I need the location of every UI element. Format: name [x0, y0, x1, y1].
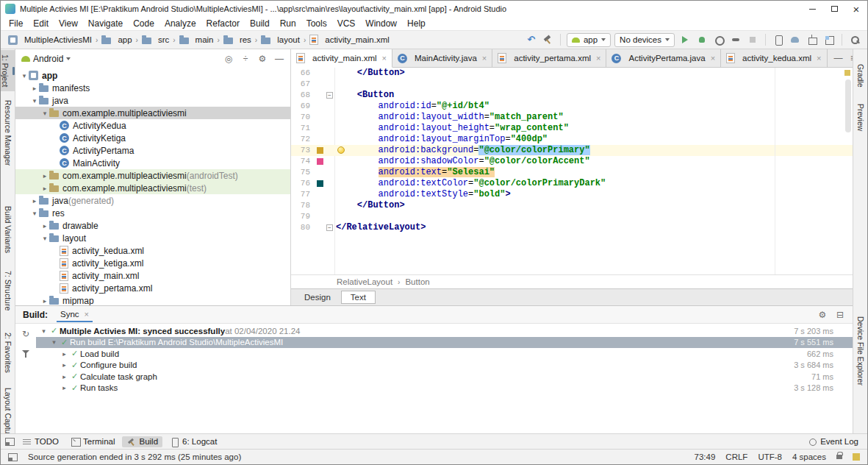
editor-tab-activitypertama-java[interactable]: CActivityPertama.java× — [606, 49, 721, 67]
minimize-button[interactable] — [801, 1, 823, 17]
tool-button-6-logcat[interactable]: 6: Logcat — [165, 436, 221, 447]
chevron-down-icon[interactable]: ▾ — [30, 210, 39, 217]
fold-marker-icon[interactable]: − — [326, 92, 333, 99]
code-line[interactable]: 80−</RelativeLayout> — [291, 222, 853, 233]
tree-row[interactable]: ▾java — [15, 94, 290, 107]
project-view-select[interactable]: Android — [33, 54, 63, 64]
chevron-down-icon[interactable]: ▾ — [40, 235, 49, 242]
run-icon[interactable] — [678, 33, 692, 46]
menu-item-navigate[interactable]: Navigate — [83, 18, 128, 29]
close-icon[interactable]: × — [711, 54, 715, 63]
code-line[interactable]: 69 android:id="@+id/bt4" — [291, 101, 853, 112]
tool-button-event-log[interactable]: Event Log — [803, 436, 863, 447]
breadcrumb-item[interactable]: res — [222, 35, 253, 44]
settings-gear-icon[interactable]: ⚙ — [257, 53, 268, 65]
menu-item-refactor[interactable]: Refactor — [201, 18, 245, 29]
locate-icon[interactable]: ◎ — [223, 53, 234, 65]
menu-item-analyze[interactable]: Analyze — [159, 18, 201, 29]
build-tree-row[interactable]: ▸✓Configure build3 s 684 ms — [36, 360, 853, 372]
tree-row[interactable]: ▾com.example.multipleactiviesmi — [15, 107, 290, 119]
tree-row[interactable]: CActivityPertama — [15, 144, 290, 157]
chevron-right-icon[interactable]: ▸ — [60, 373, 69, 380]
tree-row[interactable]: CMainActivity — [15, 157, 290, 169]
breadcrumb-item[interactable]: layout — [259, 35, 301, 44]
avd-manager-icon[interactable] — [772, 33, 785, 46]
menu-item-window[interactable]: Window — [360, 18, 402, 29]
chevron-down-icon[interactable]: ▾ — [40, 110, 49, 117]
tree-row[interactable]: ▾app — [15, 69, 290, 82]
chevron-down-icon[interactable]: ▾ — [39, 327, 49, 335]
close-icon[interactable]: × — [596, 54, 600, 63]
menu-item-run[interactable]: Run — [275, 18, 301, 29]
close-button[interactable]: × — [845, 1, 867, 17]
build-tree-row[interactable]: ▾✓Run build E:\Praktikum Android Studio\… — [36, 337, 853, 349]
chevron-right-icon[interactable]: ▸ — [30, 85, 39, 92]
tool-button-build[interactable]: Build — [122, 436, 162, 447]
chevron-right-icon[interactable]: ▸ — [60, 384, 69, 391]
tree-row[interactable]: ▾res — [15, 207, 290, 219]
tree-row[interactable]: ▸mipmap — [15, 294, 290, 305]
breadcrumb-item[interactable]: main — [178, 35, 215, 44]
caret-position[interactable]: 73:49 — [695, 452, 716, 461]
code-editor[interactable]: 66 </Button>6768− <Button69 android:id="… — [291, 68, 853, 274]
stop-icon[interactable] — [746, 33, 759, 46]
editor-scrollbar-thumb[interactable] — [845, 79, 851, 132]
line-separator-indicator[interactable]: CRLF — [725, 452, 747, 461]
editor-tab-activity-pertama-xml[interactable]: activity_pertama.xml× — [492, 49, 606, 67]
chevron-right-icon[interactable]: ▸ — [40, 185, 49, 192]
color-swatch-icon[interactable] — [317, 158, 323, 165]
code-line[interactable]: 77 android:textStyle="bold"> — [291, 189, 853, 200]
mode-tab-design[interactable]: Design — [295, 291, 340, 303]
color-swatch-icon[interactable] — [317, 180, 323, 187]
close-icon[interactable]: × — [85, 310, 89, 319]
inspection-warning-icon[interactable] — [844, 70, 850, 76]
chevron-right-icon[interactable]: ▸ — [60, 361, 69, 369]
tree-row[interactable]: ▸drawable — [15, 219, 290, 232]
build-tree-row[interactable]: ▸✓Run tasks3 s 128 ms — [36, 383, 853, 394]
code-line[interactable]: 70 android:layout_width="match_parent" — [291, 112, 853, 123]
layout-inspector-icon[interactable] — [822, 33, 836, 46]
profiler-icon[interactable] — [712, 33, 725, 46]
build-tree-row[interactable]: ▸✓Calculate task graph71 ms — [36, 371, 853, 383]
color-swatch-icon[interactable] — [317, 147, 323, 154]
code-line[interactable]: 76 android:textColor="@color/colorPrimar… — [291, 178, 853, 189]
build-hammer-icon[interactable] — [541, 33, 554, 46]
chevron-down-icon[interactable]: ▾ — [49, 338, 59, 346]
build-tree-row[interactable]: ▾✓Multiple Activies MI: synced successfu… — [36, 325, 853, 337]
menu-item-view[interactable]: View — [54, 18, 83, 29]
search-everywhere-icon[interactable] — [848, 33, 861, 46]
menu-item-edit[interactable]: Edit — [28, 18, 54, 29]
code-line[interactable]: 74 android:shadowColor="@color/colorAcce… — [291, 156, 853, 167]
editor-breadcrumb-item[interactable]: RelativeLayout — [337, 277, 392, 286]
breadcrumb-item[interactable]: app — [100, 35, 133, 44]
tree-row[interactable]: CActivityKedua — [15, 119, 290, 132]
breadcrumb-item[interactable]: MultipleActiviesMI — [7, 35, 93, 45]
stripe-item-build-variants[interactable]: Build Variants — [4, 202, 12, 258]
breadcrumb-item[interactable]: src — [140, 35, 171, 44]
code-line[interactable]: 75 android:text="Selesai" — [291, 167, 853, 178]
build-tab-sync[interactable]: Sync × — [57, 308, 93, 322]
editor-breadcrumb-item[interactable]: Button — [405, 277, 429, 286]
tree-row[interactable]: ▾layout — [15, 232, 290, 244]
code-line[interactable]: 67 — [291, 79, 853, 90]
build-tree-row[interactable]: ▸✓Load build662 ms — [36, 348, 853, 360]
tool-windows-icon[interactable] — [8, 453, 18, 461]
device-select[interactable]: No devices — [614, 33, 675, 47]
indent-indicator[interactable]: 4 spaces — [792, 452, 826, 461]
tree-row[interactable]: activity_main.xml — [15, 269, 290, 282]
intention-bulb-icon[interactable] — [337, 146, 345, 154]
sync-gradle-icon[interactable] — [789, 33, 802, 46]
tree-row[interactable]: ▸java (generated) — [15, 194, 290, 207]
chevron-right-icon[interactable]: ▸ — [40, 172, 49, 180]
chevron-right-icon[interactable]: ▸ — [40, 222, 49, 230]
close-icon[interactable]: × — [817, 54, 821, 63]
chevron-down-icon[interactable]: ▾ — [30, 97, 39, 104]
stripe-item-layout-captures[interactable]: Layout Captures — [4, 383, 12, 433]
run-config-select[interactable]: app — [567, 33, 611, 47]
stripe-item-1-project[interactable]: 1: Project — [1, 50, 15, 91]
menu-item-vcs[interactable]: VCS — [332, 18, 361, 29]
code-line[interactable]: 78 </Button> — [291, 200, 853, 211]
menu-item-tools[interactable]: Tools — [301, 18, 332, 29]
tree-row[interactable]: ▸com.example.multipleactiviesmi (android… — [15, 169, 290, 182]
maximize-button[interactable] — [823, 1, 845, 17]
